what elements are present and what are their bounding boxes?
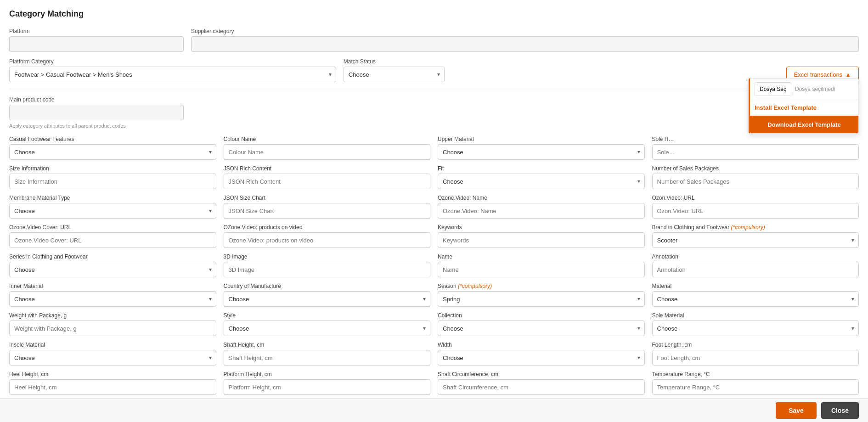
attr-input-number_of_sales_packages[interactable] xyxy=(652,174,859,189)
attr-field-heel_height: Heel Height, cm xyxy=(9,371,216,395)
attr-label-brand_clothing_footwear: Brand in Clothing and Footwear (*compuls… xyxy=(652,224,859,231)
attr-input-size_information[interactable] xyxy=(9,174,216,189)
attr-select-width[interactable]: Choose xyxy=(438,350,645,366)
attr-field-insole_material: Insole MaterialChoose xyxy=(9,342,216,366)
page-container: Category Matching Platform Ozon Supplier… xyxy=(0,0,868,422)
attr-field-country_of_manufacture: Country of ManufactureChoose xyxy=(224,283,431,307)
attr-field-keywords: Keywords xyxy=(438,224,645,248)
attr-label-shaft_height: Shaft Height, cm xyxy=(224,342,431,348)
attr-label-json_size_chart: JSON Size Chart xyxy=(224,195,431,201)
attr-field-series_clothing_footwear: Series in Clothing and FootwearChoose xyxy=(9,253,216,277)
attr-label-ozone_video_name: Ozone.Video: Name xyxy=(438,195,645,201)
attr-input-platform_height[interactable] xyxy=(224,379,431,395)
attr-field-platform_height: Platform Height, cm xyxy=(224,371,431,395)
attr-input-shaft_height[interactable] xyxy=(224,350,431,366)
attr-label-inner_material: Inner Material xyxy=(9,283,216,289)
attr-select-season[interactable]: Spring xyxy=(438,291,645,307)
attr-input-ozone_video_name[interactable] xyxy=(438,203,645,219)
platform-category-select[interactable]: Footwear > Casual Footwear > Men's Shoes xyxy=(9,67,336,82)
attr-label-json_rich_content: JSON Rich Content xyxy=(224,165,431,172)
attr-select-sole_material[interactable]: Choose xyxy=(652,321,859,336)
attr-field-season: Season (*compulsory)Spring xyxy=(438,283,645,307)
attr-input-annotation[interactable] xyxy=(652,262,859,277)
attr-select-series_clothing_footwear[interactable]: Choose xyxy=(9,262,216,277)
page-title: Category Matching xyxy=(9,9,859,19)
attr-input-json_rich_content[interactable] xyxy=(224,174,431,189)
attr-field-colour_name: Colour Name xyxy=(224,136,431,160)
attr-input-heel_height[interactable] xyxy=(9,379,216,395)
attr-select-inner_material[interactable]: Choose xyxy=(9,291,216,307)
attr-input-ozone_video_url[interactable] xyxy=(652,203,859,219)
attr-select-brand_clothing_footwear[interactable]: Scooter xyxy=(652,232,859,248)
attr-field-shaft_height: Shaft Height, cm xyxy=(224,342,431,366)
platform-category-select-wrapper: Footwear > Casual Footwear > Men's Shoes xyxy=(9,67,336,82)
attr-select-membrane_material_type[interactable]: Choose xyxy=(9,203,216,219)
attr-input-shaft_circumference[interactable] xyxy=(438,379,645,395)
excel-btn-label: Excel transactions xyxy=(794,71,843,78)
attr-label-country_of_manufacture: Country of Manufacture xyxy=(224,283,431,289)
attr-select-wrapper-membrane_material_type: Choose xyxy=(9,203,216,219)
attr-input-json_size_chart[interactable] xyxy=(224,203,431,219)
attr-label-ozone_video_products: OZone.Video: products on video xyxy=(224,224,431,231)
supplier-input: Elbise xyxy=(191,36,859,52)
attr-select-material[interactable]: Choose xyxy=(652,291,859,307)
attr-label-sole_height: Sole H… xyxy=(652,136,859,142)
main-product-row: Main product code SV456 Apply category a… xyxy=(9,96,859,129)
attr-select-wrapper-series_clothing_footwear: Choose xyxy=(9,262,216,277)
attr-select-wrapper-sole_material: Choose xyxy=(652,321,859,336)
attr-select-upper_material[interactable]: Choose xyxy=(438,144,645,160)
save-button[interactable]: Save xyxy=(776,402,817,419)
attr-field-brand_clothing_footwear: Brand in Clothing and Footwear (*compuls… xyxy=(652,224,859,248)
attr-label-insole_material: Insole Material xyxy=(9,342,216,348)
attr-select-style[interactable]: Choose xyxy=(224,321,431,336)
attr-field-ozone_video_cover_url: Ozone.Video Cover: URL xyxy=(9,224,216,248)
attr-input-foot_length[interactable] xyxy=(652,350,859,366)
match-status-select[interactable]: Choose xyxy=(344,67,445,82)
chevron-up-icon: ▲ xyxy=(845,71,851,78)
excel-dropdown-top: Dosya Seç Dosya seçilmedi xyxy=(750,79,858,100)
attr-field-size_information: Size Information xyxy=(9,165,216,189)
attr-field-membrane_material_type: Membrane Material TypeChoose xyxy=(9,195,216,219)
attr-label-number_of_sales_packages: Number of Sales Packages xyxy=(652,165,859,172)
match-status-label: Match Status xyxy=(344,58,445,65)
attr-field-material: MaterialChoose xyxy=(652,283,859,307)
attr-field-casual_footwear_features: Casual Footwear FeaturesChoose xyxy=(9,136,216,160)
attr-select-country_of_manufacture[interactable]: Choose xyxy=(224,291,431,307)
dosya-sec-button[interactable]: Dosya Seç xyxy=(755,82,791,96)
attr-input-keywords[interactable] xyxy=(438,232,645,248)
attr-label-heel_height: Heel Height, cm xyxy=(9,371,216,377)
download-template-button[interactable]: Download Excel Template xyxy=(750,116,858,133)
attr-field-style: StyleChoose xyxy=(224,312,431,336)
attr-field-annotation: Annotation xyxy=(652,253,859,277)
attr-label-season: Season (*compulsory) xyxy=(438,283,645,289)
attr-field-weight_with_package: Weight with Package, g xyxy=(9,312,216,336)
attr-select-wrapper-brand_clothing_footwear: Scooter xyxy=(652,232,859,248)
attr-label-name: Name xyxy=(438,253,645,260)
attr-select-collection[interactable]: Choose xyxy=(438,321,645,336)
attr-select-casual_footwear_features[interactable]: Choose xyxy=(9,144,216,160)
install-template-button[interactable]: Install Excel Template xyxy=(750,100,858,116)
attr-select-insole_material[interactable]: Choose xyxy=(9,350,216,366)
attr-label-style: Style xyxy=(224,312,431,319)
attr-field-ozone_video_products: OZone.Video: products on video xyxy=(224,224,431,248)
attr-select-wrapper-inner_material: Choose xyxy=(9,291,216,307)
platform-category-label: Platform Category xyxy=(9,58,336,65)
attr-select-wrapper-season: Spring xyxy=(438,291,645,307)
attr-select-fit[interactable]: Choose xyxy=(438,174,645,189)
attr-field-upper_material: Upper MaterialChoose xyxy=(438,136,645,160)
attr-input-temperature_range[interactable] xyxy=(652,379,859,395)
attr-input-name[interactable] xyxy=(438,262,645,277)
attr-input-ozone_video_products[interactable] xyxy=(224,232,431,248)
attr-label-material: Material xyxy=(652,283,859,289)
attr-label-keywords: Keywords xyxy=(438,224,645,231)
close-button[interactable]: Close xyxy=(821,402,859,419)
attr-input-weight_with_package[interactable] xyxy=(9,321,216,336)
attr-field-sole_material: Sole MaterialChoose xyxy=(652,312,859,336)
attr-input-3d_image[interactable] xyxy=(224,262,431,277)
attr-field-shaft_circumference: Shaft Circumference, cm xyxy=(438,371,645,395)
attr-input-colour_name[interactable] xyxy=(224,144,431,160)
attr-input-ozone_video_cover_url[interactable] xyxy=(9,232,216,248)
excel-dropdown: Dosya Seç Dosya seçilmedi Install Excel … xyxy=(749,78,859,134)
attr-label-upper_material: Upper Material xyxy=(438,136,645,142)
attr-input-sole_height[interactable] xyxy=(652,144,859,160)
